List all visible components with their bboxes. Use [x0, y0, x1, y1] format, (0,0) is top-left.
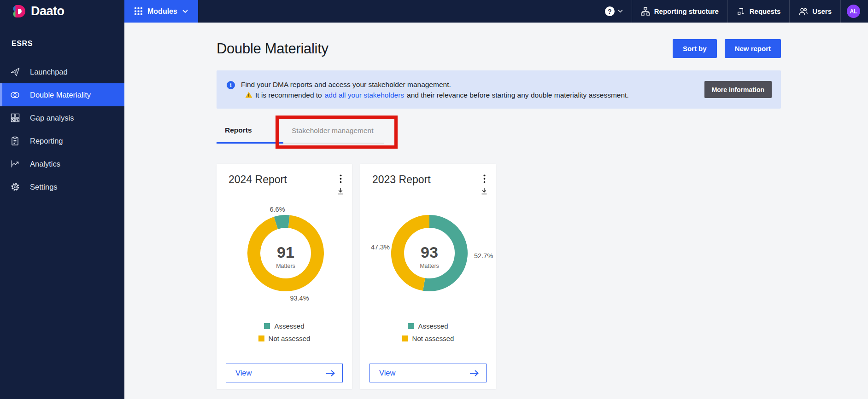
svg-text:47.3%: 47.3% — [371, 243, 390, 251]
gear-icon — [10, 182, 20, 192]
legend-not-assessed-label: Not assessed — [269, 335, 311, 342]
reporting-structure-label: Reporting structure — [654, 7, 719, 15]
sidebar-item-settings[interactable]: Settings — [0, 175, 124, 198]
main-content: Double Materiality Sort by New report i … — [124, 23, 868, 399]
tab-bar: Reports Stakeholder management — [217, 118, 781, 144]
banner-line2-suffix: and their relevance before starting any … — [407, 90, 629, 100]
info-icon: i — [227, 81, 235, 89]
info-banner: i Find your DMA reports and access your … — [217, 70, 781, 109]
sidebar: ESRS Launchpad Double Materiality Gap an… — [0, 23, 124, 399]
sidebar-item-launchpad[interactable]: Launchpad — [0, 60, 124, 83]
sidebar-section-esrs: ESRS — [12, 40, 124, 48]
rocket-icon — [10, 67, 20, 77]
tab-stakeholder-management[interactable]: Stakeholder management — [283, 118, 384, 144]
legend-not-assessed-label: Not assessed — [412, 335, 454, 342]
donut-chart-2024: 6.6%93.4%91Matters — [217, 203, 352, 307]
sidebar-item-gap-analysis[interactable]: Gap analysis — [0, 106, 124, 129]
legend-assessed-label: Assessed — [274, 322, 304, 330]
download-icon[interactable] — [336, 187, 345, 195]
request-icon — [737, 7, 745, 16]
users-icon — [798, 7, 808, 16]
modules-label: Modules — [147, 7, 177, 16]
svg-text:Matters: Matters — [276, 263, 295, 269]
svg-text:52.7%: 52.7% — [474, 252, 493, 260]
sidebar-item-label: Settings — [30, 183, 58, 191]
svg-text:93.4%: 93.4% — [290, 295, 309, 302]
org-chart-icon — [641, 7, 650, 16]
sidebar-item-label: Analytics — [30, 160, 60, 168]
view-label: View — [379, 369, 395, 377]
banner-line2-prefix: It is recommended to — [255, 90, 322, 100]
page-title: Double Materiality — [217, 40, 328, 57]
not-assessed-swatch — [258, 335, 264, 341]
report-card-2024: 2024 Report 6.6%93.4%91Matters Assessed … — [217, 164, 352, 389]
chevron-down-icon — [182, 10, 188, 13]
top-bar: Daato Modules ? Reporting structure — [0, 0, 868, 23]
help-icon: ? — [605, 6, 615, 16]
brand-logo[interactable]: Daato — [0, 0, 124, 23]
overlapping-circles-icon — [10, 90, 20, 100]
sidebar-item-double-materiality[interactable]: Double Materiality — [0, 83, 124, 106]
sidebar-item-label: Launchpad — [30, 68, 68, 76]
warning-icon — [245, 92, 252, 98]
not-assessed-swatch — [402, 335, 408, 341]
sidebar-item-reporting[interactable]: Reporting — [0, 129, 124, 152]
kebab-menu-icon[interactable] — [340, 174, 342, 183]
sort-by-button[interactable]: Sort by — [673, 39, 717, 58]
brand-name: Daato — [31, 4, 65, 18]
arrow-right-icon — [325, 370, 335, 377]
avatar[interactable]: AL — [847, 5, 860, 18]
modules-button[interactable]: Modules — [124, 0, 198, 23]
line-chart-icon — [10, 159, 20, 169]
add-stakeholders-link[interactable]: add all your stakeholders — [325, 90, 404, 100]
banner-line1: Find your DMA reports and access your st… — [241, 79, 704, 90]
svg-text:93: 93 — [421, 243, 438, 261]
users-label: Users — [812, 7, 832, 15]
chart-legend: Assessed Not assessed — [217, 322, 352, 342]
arrow-right-icon — [469, 370, 479, 377]
daato-logo-icon — [13, 5, 26, 18]
legend-assessed-label: Assessed — [418, 322, 448, 330]
view-report-button[interactable]: View — [369, 364, 487, 382]
help-button[interactable]: ? — [596, 0, 632, 23]
svg-text:6.6%: 6.6% — [270, 206, 285, 213]
report-card-title: 2023 Report — [372, 173, 431, 186]
tab-reports[interactable]: Reports — [217, 118, 283, 144]
download-icon[interactable] — [480, 187, 488, 195]
requests-button[interactable]: Requests — [727, 0, 790, 23]
sidebar-item-label: Double Materiality — [30, 91, 91, 99]
report-card-2023: 2023 Report 52.7%47.3%93Matters Assessed… — [360, 164, 496, 389]
report-card-title: 2024 Report — [229, 173, 287, 186]
assessed-swatch — [408, 323, 414, 329]
sidebar-item-label: Reporting — [30, 137, 63, 145]
chart-legend: Assessed Not assessed — [360, 322, 496, 342]
grid-icon — [10, 113, 20, 123]
new-report-button[interactable]: New report — [725, 39, 781, 58]
reporting-structure-button[interactable]: Reporting structure — [632, 0, 727, 23]
view-report-button[interactable]: View — [226, 364, 343, 382]
sidebar-item-analytics[interactable]: Analytics — [0, 152, 124, 175]
clipboard-icon — [10, 136, 20, 146]
donut-chart-2023: 52.7%47.3%93Matters — [360, 203, 496, 307]
assessed-swatch — [264, 323, 270, 329]
users-button[interactable]: Users — [789, 0, 840, 23]
requests-label: Requests — [750, 7, 781, 15]
svg-text:Matters: Matters — [420, 263, 439, 269]
view-label: View — [235, 369, 252, 377]
more-information-button[interactable]: More information — [704, 81, 772, 98]
grid-dots-icon — [135, 7, 142, 15]
svg-text:91: 91 — [277, 243, 294, 261]
sidebar-item-label: Gap analysis — [30, 114, 74, 122]
chevron-down-icon — [618, 10, 623, 13]
kebab-menu-icon[interactable] — [483, 174, 486, 183]
